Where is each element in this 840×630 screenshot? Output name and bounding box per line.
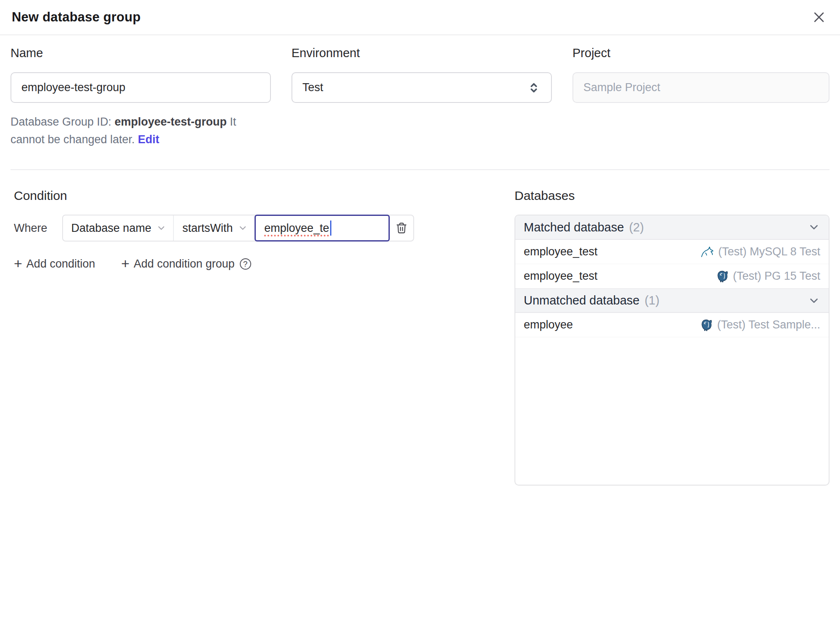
form-grid: Name Database Group ID: employee-test-gr…: [10, 46, 830, 148]
name-field-group: Name Database Group ID: employee-test-gr…: [10, 46, 271, 148]
postgresql-icon: [716, 270, 729, 283]
instance-label: (Test) PG 15 Test: [733, 270, 820, 283]
matched-database-rows: employee_test (Test) MySQL 8 Test employ…: [515, 240, 829, 289]
edit-id-link[interactable]: Edit: [138, 133, 159, 146]
matched-database-count: (2): [629, 220, 644, 234]
chevron-down-icon: [156, 223, 166, 233]
trash-icon: [395, 222, 408, 234]
database-instance: (Test) Test Sample...: [700, 318, 820, 331]
database-instance: (Test) MySQL 8 Test: [701, 245, 820, 258]
database-row: employee_test (Test) MySQL 8 Test: [515, 240, 829, 264]
database-row: employee_test (Test) PG 15 Test: [515, 264, 829, 289]
unmatched-database-count: (1): [645, 294, 659, 307]
mysql-icon: [701, 246, 714, 258]
project-label: Project: [572, 46, 830, 60]
database-name: employee_test: [524, 245, 598, 258]
database-name: employee_test: [524, 270, 598, 283]
add-condition-group-label: Add condition group: [134, 257, 234, 270]
databases-heading: Databases: [514, 189, 830, 203]
plus-icon: +: [14, 256, 22, 270]
name-input[interactable]: [10, 72, 271, 103]
close-button[interactable]: [810, 8, 828, 26]
condition-row: Where Database name startsWith employee_…: [14, 215, 514, 242]
unmatched-database-header[interactable]: Unmatched database (1): [515, 289, 829, 313]
condition-value-text: employee_te: [264, 222, 329, 235]
condition-operator-value: startsWith: [182, 222, 233, 235]
chevron-down-icon: [238, 223, 248, 233]
add-condition-label: Add condition: [26, 257, 95, 270]
group-id-hint: Database Group ID: employee-test-group I…: [10, 113, 262, 148]
environment-field-group: Environment Test: [291, 46, 552, 148]
database-row: employee (Test) Test Sample...: [515, 313, 829, 337]
text-cursor: [330, 220, 331, 236]
add-condition-button[interactable]: + Add condition: [14, 257, 95, 270]
condition-heading: Condition: [14, 189, 514, 203]
lower-section: Condition Where Database name startsWith…: [10, 170, 830, 486]
databases-section: Databases Matched database (2) employee_…: [514, 189, 830, 486]
database-name: employee: [524, 318, 573, 331]
project-input: [572, 72, 830, 103]
chevron-down-icon: [808, 221, 820, 234]
condition-field-value: Database name: [71, 222, 152, 235]
condition-value-input[interactable]: employee_te: [255, 215, 390, 242]
delete-condition-button[interactable]: [390, 215, 413, 241]
where-label: Where: [14, 222, 47, 235]
condition-expression-group: Database name startsWith employee_te: [62, 215, 415, 242]
updown-chevrons-icon: [527, 81, 541, 95]
environment-label: Environment: [291, 46, 552, 60]
postgresql-icon: [700, 319, 713, 331]
chevron-down-icon: [808, 294, 820, 307]
unmatched-database-title: Unmatched database: [524, 294, 640, 307]
name-label: Name: [10, 46, 271, 60]
matched-database-title: Matched database: [524, 220, 624, 234]
instance-label: (Test) Test Sample...: [717, 318, 820, 331]
condition-field-select[interactable]: Database name: [63, 215, 174, 241]
condition-operator-select[interactable]: startsWith: [174, 215, 255, 241]
condition-actions: + Add condition + Add condition group ?: [14, 257, 514, 270]
unmatched-database-rows: employee (Test) Test Sample...: [515, 313, 829, 337]
environment-selected-value: Test: [302, 81, 323, 94]
help-icon[interactable]: ?: [240, 258, 251, 270]
add-condition-group-button[interactable]: + Add condition group ?: [121, 257, 251, 270]
matched-database-header[interactable]: Matched database (2): [515, 215, 829, 240]
condition-section: Condition Where Database name startsWith…: [14, 189, 514, 486]
environment-select[interactable]: Test: [291, 72, 552, 103]
group-id-value: employee-test-group: [115, 116, 227, 128]
dialog-body: Name Database Group ID: employee-test-gr…: [0, 35, 840, 486]
database-instance: (Test) PG 15 Test: [716, 270, 820, 283]
dialog-header: New database group: [0, 0, 840, 35]
page-title: New database group: [12, 10, 141, 25]
databases-panel: Matched database (2) employee_test (Test…: [514, 215, 830, 486]
project-field-group: Project: [572, 46, 830, 148]
instance-label: (Test) MySQL 8 Test: [718, 245, 820, 258]
group-id-prefix: Database Group ID:: [10, 116, 115, 128]
plus-icon: +: [121, 256, 129, 270]
close-icon: [812, 10, 826, 24]
